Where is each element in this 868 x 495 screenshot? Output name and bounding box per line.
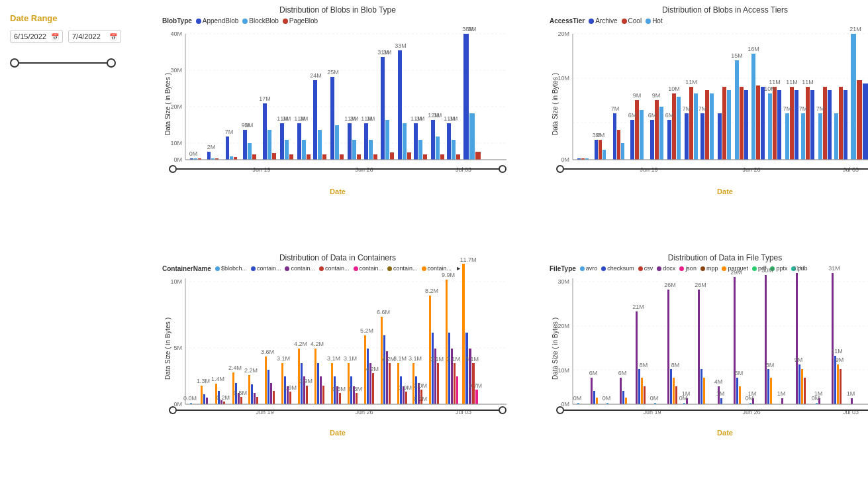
svg-rect-209: [267, 370, 269, 404]
containers-legend: ContainerName $blobch... contain... cont…: [162, 265, 513, 272]
svg-rect-112: [630, 120, 634, 160]
legend-dot-appendblob: [196, 19, 201, 24]
slider-left[interactable]: [169, 165, 177, 173]
slider-left[interactable]: [556, 165, 564, 173]
svg-rect-186: [201, 386, 203, 404]
svg-rect-216: [289, 392, 291, 404]
svg-rect-322: [670, 369, 672, 404]
svg-rect-28: [263, 103, 267, 160]
svg-rect-174: [863, 83, 868, 160]
date-inputs: 6/15/2022 📅 7/4/2022 📅: [10, 30, 122, 43]
svg-rect-56: [364, 123, 368, 160]
svg-text:3.1M: 3.1M: [393, 355, 407, 362]
svg-rect-141: [735, 60, 739, 160]
svg-rect-226: [317, 363, 319, 404]
file-types-x-label: Date: [717, 429, 733, 437]
svg-rect-62: [385, 120, 389, 160]
svg-rect-367: [832, 273, 834, 404]
svg-text:3.1M: 3.1M: [327, 355, 340, 362]
svg-rect-278: [454, 363, 456, 404]
end-date-input[interactable]: 7/4/2022 📅: [68, 30, 121, 43]
svg-rect-48: [340, 154, 344, 160]
svg-rect-258: [405, 392, 407, 404]
svg-text:0M: 0M: [173, 156, 182, 163]
svg-rect-302: [591, 378, 593, 404]
file-types-svg-container: Data Size ( in Bytes ) 30M 20M 10M 0M 0M: [550, 275, 868, 422]
svg-rect-134: [705, 90, 709, 160]
svg-rect-105: [603, 150, 606, 160]
svg-rect-137: [718, 113, 722, 160]
svg-text:26M: 26M: [695, 282, 706, 288]
svg-text:7M: 7M: [699, 105, 707, 112]
svg-rect-120: [659, 107, 663, 160]
svg-text:9M: 9M: [633, 92, 642, 99]
file-types-legend-label: FileType: [550, 265, 576, 272]
svg-rect-315: [641, 378, 643, 404]
svg-text:33M: 33M: [395, 42, 407, 49]
svg-rect-282: [462, 264, 465, 404]
svg-rect-359: [804, 378, 806, 404]
svg-rect-20: [234, 157, 237, 160]
svg-text:3.1M: 3.1M: [465, 356, 479, 362]
svg-rect-354: [781, 398, 783, 404]
svg-rect-227: [320, 376, 322, 404]
svg-text:7M: 7M: [816, 105, 825, 112]
left-panel: Date Range 6/15/2022 📅 7/4/2022 📅: [0, 0, 132, 495]
containers-slider[interactable]: [169, 405, 506, 415]
slider-right[interactable]: [499, 165, 506, 173]
svg-rect-139: [727, 90, 731, 160]
start-date-input[interactable]: 6/15/2022 📅: [10, 30, 63, 43]
svg-rect-204: [251, 384, 253, 404]
svg-rect-199: [240, 397, 242, 404]
svg-rect-160: [801, 113, 805, 160]
svg-rect-323: [673, 378, 675, 404]
svg-rect-231: [331, 363, 333, 404]
svg-text:1.9M: 1.9M: [399, 384, 412, 391]
svg-rect-51: [348, 123, 352, 160]
slider-left[interactable]: [556, 406, 564, 414]
svg-text:9M: 9M: [652, 92, 661, 99]
svg-text:30M: 30M: [761, 267, 773, 274]
svg-text:6M: 6M: [628, 112, 637, 119]
svg-rect-68: [407, 152, 411, 160]
access-tiers-slider[interactable]: [556, 164, 868, 174]
legend-item-appendblob: AppendBlob: [196, 17, 239, 25]
svg-text:30M: 30M: [170, 67, 182, 74]
containers-y-label: Data Size ( in Bytes ): [164, 317, 171, 380]
svg-rect-76: [431, 120, 435, 160]
slider-right[interactable]: [499, 406, 506, 414]
svg-rect-203: [248, 375, 250, 404]
slider-thumb-left[interactable]: [10, 58, 19, 68]
svg-rect-47: [335, 125, 339, 160]
svg-rect-351: [770, 378, 772, 404]
blob-type-y-label: Data Size ( in Bytes ): [164, 73, 171, 135]
svg-rect-81: [447, 123, 451, 160]
slider-left[interactable]: [169, 406, 177, 414]
svg-rect-314: [638, 369, 640, 404]
svg-text:10M: 10M: [557, 75, 569, 82]
svg-text:0.6M: 0.6M: [332, 386, 346, 392]
svg-rect-146: [756, 85, 760, 160]
blob-type-slider[interactable]: [169, 164, 506, 174]
svg-text:6M: 6M: [665, 112, 674, 119]
svg-rect-61: [381, 57, 385, 160]
svg-text:5.2M: 5.2M: [360, 327, 373, 334]
svg-rect-104: [599, 140, 602, 160]
svg-rect-222: [306, 386, 308, 404]
main-container: Date Range 6/15/2022 📅 7/4/2022 📅 Distri…: [0, 0, 868, 495]
svg-rect-270: [432, 333, 434, 404]
svg-rect-210: [270, 383, 272, 404]
file-types-title: Distribution of Data in File Types: [550, 253, 868, 262]
date-range-slider[interactable]: [10, 56, 116, 70]
svg-rect-166: [823, 87, 827, 160]
charts-area: Distribution of Blobs in Blob Type BlobT…: [132, 0, 868, 495]
file-types-slider[interactable]: [556, 405, 868, 415]
containers-legend-label: ContainerName: [162, 265, 211, 272]
date-range-label: Date Range: [10, 13, 122, 23]
svg-rect-244: [367, 349, 369, 404]
legend-more[interactable]: ►: [456, 265, 461, 272]
legend-dot-hot: [646, 19, 651, 24]
svg-text:7M: 7M: [225, 129, 234, 135]
slider-thumb-right[interactable]: [107, 58, 116, 68]
svg-rect-109: [617, 130, 620, 160]
